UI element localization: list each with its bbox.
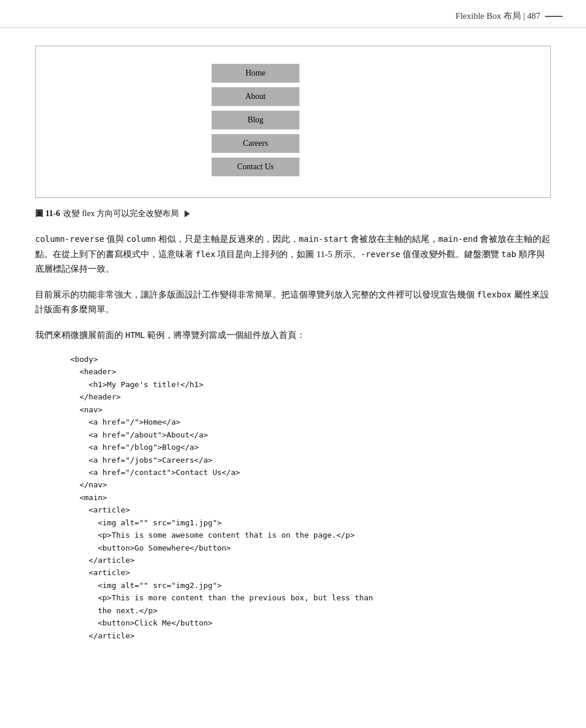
code-line: <body> — [70, 353, 551, 365]
code-block: <body> <header> <h1>My Page's title!</h1… — [70, 353, 551, 642]
code-line: </article> — [70, 630, 551, 642]
code-inline-4: main-end — [438, 234, 478, 244]
code-line: </header> — [70, 391, 551, 403]
code-inline-7: tab — [502, 249, 516, 259]
demo-nav: HomeAboutBlogCareersContact Us — [212, 64, 299, 176]
code-inline-9: HTML — [125, 330, 145, 340]
code-line: <article> — [70, 566, 551, 579]
page-header: Flexible Box 布局 | 487 — [0, 0, 586, 28]
nav-item-about: About — [212, 87, 299, 106]
code-line: <a href="/about">About</a> — [70, 429, 551, 441]
nav-item-contact-us: Contact Us — [212, 158, 299, 176]
code-inline-3: main-start — [299, 234, 348, 244]
code-line: <a href="/blog">Blog</a> — [70, 441, 551, 453]
code-line: <p>This is more content than the previou… — [70, 592, 551, 604]
code-line: <h1>My Page's title!</h1> — [70, 378, 551, 391]
main-content: HomeAboutBlogCareersContact Us 圖 11-6 改變… — [0, 28, 586, 665]
code-inline-2: column — [127, 234, 156, 244]
paragraph-3: 我們來稍微擴展前面的 HTML 範例，將導覽列當成一個組件放入首頁： — [35, 328, 551, 343]
figure-caption: 圖 11-6 改變 flex 方向可以完全改變布局 — [35, 209, 551, 219]
page: Flexible Box 布局 | 487 HomeAboutBlogCaree… — [0, 0, 586, 728]
code-inline-8: flexbox — [477, 290, 512, 299]
code-line: <button>Click Me</button> — [70, 617, 551, 629]
nav-item-blog: Blog — [212, 111, 299, 129]
demo-box: HomeAboutBlogCareersContact Us — [35, 46, 551, 198]
code-line: the next.</p> — [70, 604, 551, 617]
code-line: <p>This is some awesome content that is … — [70, 529, 551, 541]
code-inline-5: flex — [196, 249, 216, 259]
code-line: <a href="/">Home</a> — [70, 416, 551, 428]
code-inline-6: -reverse — [361, 249, 400, 259]
code-inline-1: column-reverse — [35, 234, 104, 244]
paragraph-2: 目前展示的功能非常強大，讓許多版面設計工作變得非常簡單。把這個導覽列放入完整的文… — [35, 288, 551, 317]
figure-description: 改變 flex 方向可以完全改變布局 — [63, 209, 179, 219]
page-title: Flexible Box 布局 | 487 — [455, 11, 540, 22]
code-line: <img alt="" src="img1.jpg"> — [70, 517, 551, 529]
code-line: <main> — [70, 491, 551, 504]
nav-item-home: Home — [212, 64, 299, 83]
code-line: </nav> — [70, 479, 551, 491]
code-line: <nav> — [70, 404, 551, 416]
code-line: <button>Go Somewhere</button> — [70, 542, 551, 554]
code-line: <article> — [70, 504, 551, 516]
paragraph-1: column-reverse 值與 column 相似，只是主軸是反過來的，因此… — [35, 232, 551, 277]
triangle-icon — [185, 210, 190, 217]
code-line: <a href="/jobs">Careers</a> — [70, 454, 551, 466]
nav-item-careers: Careers — [212, 134, 299, 153]
code-line: </article> — [70, 554, 551, 566]
code-line: <a href="/contact">Contact Us</a> — [70, 466, 551, 479]
figure-label: 圖 11-6 — [35, 209, 60, 219]
header-rule — [545, 16, 563, 17]
code-line: <header> — [70, 365, 551, 378]
code-line: <img alt="" src="img2.jpg"> — [70, 579, 551, 592]
